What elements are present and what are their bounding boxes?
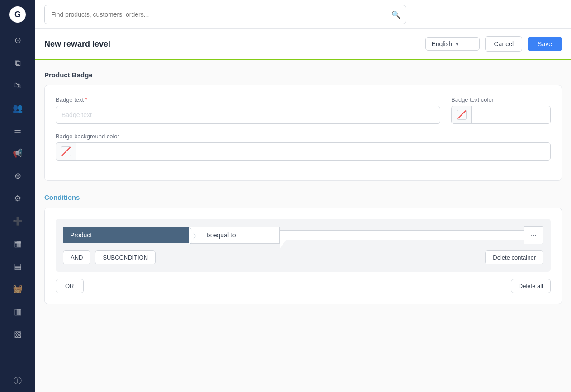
- badge-text-group: Badge text*: [56, 96, 440, 124]
- main-content: 🔍 New reward level English ▾ Cancel Save…: [35, 0, 571, 392]
- bag-icon[interactable]: 🛍: [0, 74, 35, 97]
- search-icon: 🔍: [392, 10, 401, 19]
- language-selector[interactable]: English ▾: [425, 37, 480, 51]
- save-button[interactable]: Save: [528, 37, 562, 51]
- delete-all-button[interactable]: Delete all: [511, 279, 551, 293]
- logo-icon: G: [9, 6, 26, 23]
- condition-container: Product Is equal to ··· AND SUBCONDITION: [56, 219, 551, 272]
- page-title: New reward level: [44, 39, 425, 49]
- plugin-icon[interactable]: ⊕: [0, 165, 35, 187]
- table2-icon[interactable]: ▤: [0, 255, 35, 278]
- dashboard-icon[interactable]: ⊙: [0, 29, 35, 52]
- sidebar-logo: G: [0, 0, 35, 29]
- badge-text-input[interactable]: [56, 106, 440, 124]
- badge-text-color-group: Badge text color: [451, 96, 551, 124]
- color-slash-icon: [457, 110, 467, 120]
- list-icon[interactable]: ☰: [0, 119, 35, 142]
- and-button[interactable]: AND: [63, 250, 90, 264]
- settings-icon[interactable]: ⚙: [0, 187, 35, 210]
- condition-value[interactable]: [280, 230, 524, 240]
- badge-bg-color-field[interactable]: [76, 143, 550, 160]
- table3-icon[interactable]: ▥: [0, 300, 35, 323]
- condition-operator[interactable]: Is equal to: [189, 227, 280, 244]
- conditions-title: Conditions: [44, 194, 562, 201]
- badge-text-color-label: Badge text color: [451, 96, 551, 103]
- badge-form-row1: Badge text* Badge text color: [56, 96, 551, 124]
- condition-row: Product Is equal to ···: [63, 226, 543, 244]
- megaphone-icon[interactable]: 📢: [0, 142, 35, 165]
- or-button[interactable]: OR: [56, 279, 84, 293]
- bg-color-slash-icon: [61, 146, 71, 156]
- page-header: New reward level English ▾ Cancel Save: [35, 29, 571, 60]
- conditions-card: Product Is equal to ··· AND SUBCONDITION: [44, 208, 562, 304]
- condition-more-button[interactable]: ···: [524, 226, 543, 244]
- condition-field[interactable]: Product: [63, 227, 189, 243]
- sidebar: G ⊙ ⧉ 🛍 👥 ☰ 📢 ⊕ ⚙ ➕ ▦ ▤ 🧺 ▥ ▧ ⓘ: [0, 0, 35, 392]
- table4-icon[interactable]: ▧: [0, 323, 35, 345]
- badge-bg-color-swatch[interactable]: [56, 143, 76, 160]
- add-icon[interactable]: ➕: [0, 210, 35, 232]
- condition-add-buttons: AND SUBCONDITION: [63, 250, 156, 264]
- condition-operator-label: Is equal to: [202, 231, 272, 239]
- condition-field-label: Product: [70, 231, 92, 239]
- badge-bg-color-input: [56, 142, 551, 161]
- badge-text-color-field[interactable]: [472, 106, 551, 123]
- condition-action-buttons: AND SUBCONDITION Delete container: [63, 250, 543, 264]
- badge-form-row2: Badge background color: [56, 133, 551, 161]
- badge-text-color-swatch[interactable]: [452, 106, 472, 123]
- subcondition-button[interactable]: SUBCONDITION: [95, 250, 156, 264]
- chevron-down-icon: ▾: [456, 41, 458, 47]
- info-icon[interactable]: ⓘ: [0, 369, 35, 392]
- badge-bg-color-group: Badge background color: [56, 133, 551, 161]
- badge-text-label: Badge text*: [56, 96, 440, 103]
- cancel-button[interactable]: Cancel: [485, 36, 522, 52]
- delete-container-button[interactable]: Delete container: [485, 250, 543, 264]
- header-actions: English ▾ Cancel Save: [425, 36, 562, 52]
- users-icon[interactable]: 👥: [0, 97, 35, 119]
- basket-icon[interactable]: 🧺: [0, 278, 35, 300]
- content-area: Product Badge Badge text* Badge text col…: [35, 60, 571, 392]
- language-label: English: [431, 40, 452, 47]
- badge-bg-color-label: Badge background color: [56, 133, 551, 140]
- table1-icon[interactable]: ▦: [0, 232, 35, 255]
- product-badge-title: Product Badge: [44, 71, 562, 79]
- search-container: 🔍: [44, 5, 406, 24]
- copy-icon[interactable]: ⧉: [0, 52, 35, 74]
- product-badge-card: Badge text* Badge text color: [44, 85, 562, 181]
- badge-text-color-input: [451, 106, 551, 124]
- search-input[interactable]: [44, 5, 406, 24]
- bottom-actions: OR Delete all: [56, 279, 551, 293]
- topbar: 🔍: [35, 0, 571, 29]
